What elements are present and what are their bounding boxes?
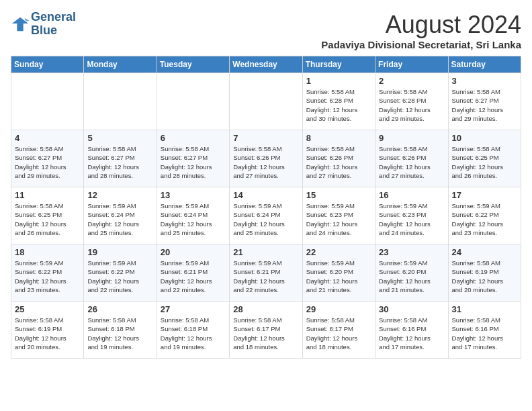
day-info: Sunrise: 5:58 AM Sunset: 6:17 PM Dayligh… <box>233 316 298 351</box>
day-info: Sunrise: 5:59 AM Sunset: 6:22 PM Dayligh… <box>452 201 517 237</box>
day-info: Sunrise: 5:58 AM Sunset: 6:19 PM Dayligh… <box>452 259 517 294</box>
day-info: Sunrise: 5:58 AM Sunset: 6:26 PM Dayligh… <box>379 144 444 180</box>
day-number: 23 <box>379 247 444 257</box>
day-cell: 11Sunrise: 5:58 AM Sunset: 6:25 PM Dayli… <box>11 187 84 244</box>
day-number: 31 <box>452 304 517 314</box>
day-number: 27 <box>161 304 226 314</box>
day-number: 22 <box>306 247 371 257</box>
day-cell: 3Sunrise: 5:58 AM Sunset: 6:27 PM Daylig… <box>448 73 521 130</box>
day-number: 10 <box>452 133 517 143</box>
day-info: Sunrise: 5:58 AM Sunset: 6:18 PM Dayligh… <box>87 316 152 351</box>
day-number: 6 <box>161 133 226 143</box>
day-info: Sunrise: 5:59 AM Sunset: 6:24 PM Dayligh… <box>161 201 226 237</box>
day-number: 18 <box>15 247 80 257</box>
day-info: Sunrise: 5:59 AM Sunset: 6:24 PM Dayligh… <box>87 201 152 237</box>
day-cell: 13Sunrise: 5:59 AM Sunset: 6:24 PM Dayli… <box>157 187 229 244</box>
day-cell: 27Sunrise: 5:58 AM Sunset: 6:18 PM Dayli… <box>157 302 229 359</box>
day-info: Sunrise: 5:58 AM Sunset: 6:19 PM Dayligh… <box>15 316 80 351</box>
day-number: 29 <box>306 304 371 314</box>
day-info: Sunrise: 5:58 AM Sunset: 6:28 PM Dayligh… <box>379 87 444 123</box>
day-cell: 14Sunrise: 5:59 AM Sunset: 6:24 PM Dayli… <box>230 187 302 244</box>
header-row: SundayMondayTuesdayWednesdayThursdayFrid… <box>11 56 521 73</box>
day-number: 8 <box>306 133 371 143</box>
day-number: 21 <box>233 247 298 257</box>
day-cell: 24Sunrise: 5:58 AM Sunset: 6:19 PM Dayli… <box>448 244 521 302</box>
day-info: Sunrise: 5:59 AM Sunset: 6:22 PM Dayligh… <box>15 259 80 294</box>
day-cell: 29Sunrise: 5:58 AM Sunset: 6:17 PM Dayli… <box>302 302 375 359</box>
day-number: 13 <box>161 190 226 200</box>
day-number: 12 <box>87 190 152 200</box>
day-cell: 7Sunrise: 5:58 AM Sunset: 6:26 PM Daylig… <box>230 130 302 187</box>
header-cell-monday: Monday <box>84 56 157 73</box>
calendar-header: SundayMondayTuesdayWednesdayThursdayFrid… <box>11 56 521 73</box>
logo-text: General Blue <box>31 11 76 38</box>
day-cell: 23Sunrise: 5:59 AM Sunset: 6:20 PM Dayli… <box>375 244 448 302</box>
day-number: 2 <box>379 76 444 86</box>
day-info: Sunrise: 5:58 AM Sunset: 6:26 PM Dayligh… <box>306 144 371 180</box>
header-cell-thursday: Thursday <box>302 56 375 73</box>
day-info: Sunrise: 5:59 AM Sunset: 6:24 PM Dayligh… <box>233 201 298 237</box>
day-info: Sunrise: 5:58 AM Sunset: 6:27 PM Dayligh… <box>452 87 517 123</box>
week-row-2: 4Sunrise: 5:58 AM Sunset: 6:27 PM Daylig… <box>11 130 521 187</box>
logo-icon <box>11 15 30 34</box>
logo-line1: General <box>31 11 76 24</box>
day-info: Sunrise: 5:58 AM Sunset: 6:18 PM Dayligh… <box>161 316 226 351</box>
day-cell: 10Sunrise: 5:58 AM Sunset: 6:25 PM Dayli… <box>448 130 521 187</box>
day-number: 4 <box>15 133 80 143</box>
day-info: Sunrise: 5:59 AM Sunset: 6:20 PM Dayligh… <box>379 259 444 294</box>
week-row-1: 1Sunrise: 5:58 AM Sunset: 6:28 PM Daylig… <box>11 73 521 130</box>
day-cell: 8Sunrise: 5:58 AM Sunset: 6:26 PM Daylig… <box>302 130 375 187</box>
day-cell: 18Sunrise: 5:59 AM Sunset: 6:22 PM Dayli… <box>11 244 84 302</box>
svg-marker-1 <box>25 17 30 21</box>
day-cell: 15Sunrise: 5:59 AM Sunset: 6:23 PM Dayli… <box>302 187 375 244</box>
day-number: 5 <box>87 133 152 143</box>
day-number: 17 <box>452 190 517 200</box>
day-info: Sunrise: 5:58 AM Sunset: 6:26 PM Dayligh… <box>233 144 298 180</box>
day-cell: 9Sunrise: 5:58 AM Sunset: 6:26 PM Daylig… <box>375 130 448 187</box>
day-info: Sunrise: 5:59 AM Sunset: 6:23 PM Dayligh… <box>379 201 444 237</box>
day-cell: 20Sunrise: 5:59 AM Sunset: 6:21 PM Dayli… <box>157 244 229 302</box>
day-cell <box>157 73 229 130</box>
header-cell-wednesday: Wednesday <box>230 56 302 73</box>
day-number: 30 <box>379 304 444 314</box>
day-cell: 30Sunrise: 5:58 AM Sunset: 6:16 PM Dayli… <box>375 302 448 359</box>
page-header: General Blue August 2024 Padaviya Divisi… <box>11 11 521 50</box>
day-number: 24 <box>452 247 517 257</box>
day-cell <box>11 73 84 130</box>
logo-line2: Blue <box>31 24 76 38</box>
logo: General Blue <box>11 11 76 38</box>
week-row-4: 18Sunrise: 5:59 AM Sunset: 6:22 PM Dayli… <box>11 244 521 302</box>
day-cell: 16Sunrise: 5:59 AM Sunset: 6:23 PM Dayli… <box>375 187 448 244</box>
day-number: 28 <box>233 304 298 314</box>
day-cell: 4Sunrise: 5:58 AM Sunset: 6:27 PM Daylig… <box>11 130 84 187</box>
day-info: Sunrise: 5:59 AM Sunset: 6:23 PM Dayligh… <box>306 201 371 237</box>
day-cell: 6Sunrise: 5:58 AM Sunset: 6:27 PM Daylig… <box>157 130 229 187</box>
day-cell: 1Sunrise: 5:58 AM Sunset: 6:28 PM Daylig… <box>302 73 375 130</box>
week-row-3: 11Sunrise: 5:58 AM Sunset: 6:25 PM Dayli… <box>11 187 521 244</box>
day-info: Sunrise: 5:59 AM Sunset: 6:21 PM Dayligh… <box>233 259 298 294</box>
day-info: Sunrise: 5:58 AM Sunset: 6:25 PM Dayligh… <box>452 144 517 180</box>
day-cell: 22Sunrise: 5:59 AM Sunset: 6:20 PM Dayli… <box>302 244 375 302</box>
title-block: August 2024 Padaviya Divisional Secretar… <box>321 11 521 50</box>
day-number: 19 <box>87 247 152 257</box>
day-info: Sunrise: 5:58 AM Sunset: 6:17 PM Dayligh… <box>306 316 371 351</box>
day-info: Sunrise: 5:59 AM Sunset: 6:22 PM Dayligh… <box>87 259 152 294</box>
day-info: Sunrise: 5:58 AM Sunset: 6:27 PM Dayligh… <box>161 144 226 180</box>
calendar-table: SundayMondayTuesdayWednesdayThursdayFrid… <box>11 56 521 359</box>
header-cell-friday: Friday <box>375 56 448 73</box>
header-cell-saturday: Saturday <box>448 56 521 73</box>
day-info: Sunrise: 5:58 AM Sunset: 6:27 PM Dayligh… <box>15 144 80 180</box>
day-cell <box>230 73 302 130</box>
day-info: Sunrise: 5:58 AM Sunset: 6:25 PM Dayligh… <box>15 201 80 237</box>
day-cell: 5Sunrise: 5:58 AM Sunset: 6:27 PM Daylig… <box>84 130 157 187</box>
calendar-subtitle: Padaviya Divisional Secretariat, Sri Lan… <box>321 39 521 50</box>
header-cell-sunday: Sunday <box>11 56 84 73</box>
day-info: Sunrise: 5:58 AM Sunset: 6:16 PM Dayligh… <box>452 316 517 351</box>
day-number: 1 <box>306 76 371 86</box>
day-number: 26 <box>87 304 152 314</box>
day-cell: 21Sunrise: 5:59 AM Sunset: 6:21 PM Dayli… <box>230 244 302 302</box>
calendar-title: August 2024 <box>321 11 521 39</box>
day-cell: 12Sunrise: 5:59 AM Sunset: 6:24 PM Dayli… <box>84 187 157 244</box>
day-cell: 31Sunrise: 5:58 AM Sunset: 6:16 PM Dayli… <box>448 302 521 359</box>
day-cell: 26Sunrise: 5:58 AM Sunset: 6:18 PM Dayli… <box>84 302 157 359</box>
